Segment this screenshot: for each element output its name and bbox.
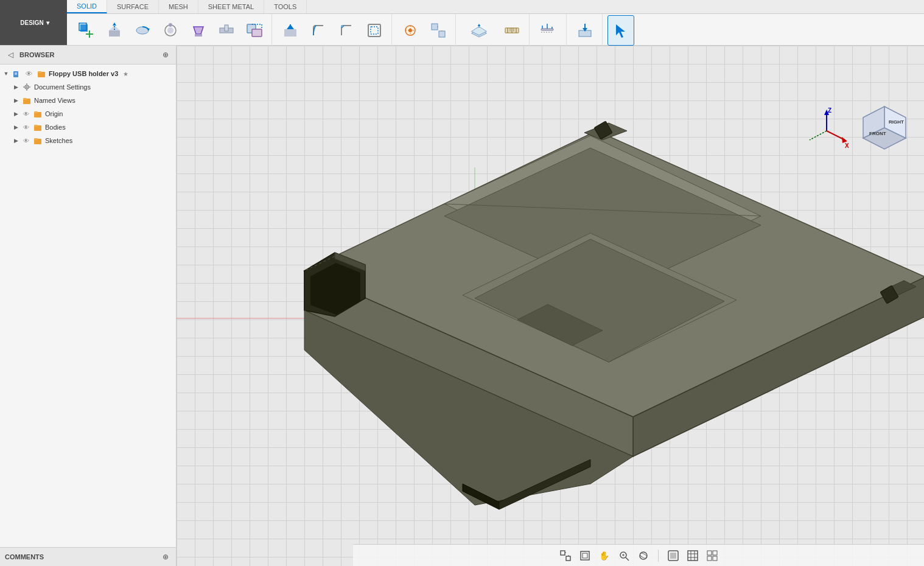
svg-rect-131 [713,551,717,555]
tree-item-root[interactable]: ▼ 👁 Floppy USB holder v3 ★ [0,67,176,80]
tab-tools[interactable]: TOOLS [264,0,307,13]
tab-row: SOLIDSURFACEMESHSHEET METALTOOLS [67,0,924,14]
extrude-icon [106,22,123,39]
frame-btn[interactable] [578,548,592,563]
rib-btn[interactable] [213,15,240,46]
svg-rect-72 [34,138,38,140]
construct-plane-icon [471,22,488,39]
orbit-btn[interactable] [636,548,651,563]
browser-title: BROWSER [19,51,156,58]
tree-item-bodies[interactable]: ▶ 👁 Bodies [0,121,176,134]
extrude-btn[interactable] [101,15,128,46]
svg-text:FRONT: FRONT [869,131,886,136]
svg-rect-70 [34,125,38,127]
svg-marker-13 [194,27,203,34]
view-menu-btn[interactable] [705,548,719,563]
measure-ruler-btn[interactable] [499,15,525,46]
tree-arrow-root: ▼ [2,70,10,77]
revolve-btn[interactable] [129,15,156,46]
joint-btn[interactable] [397,15,424,46]
loft-btn[interactable] [185,15,212,46]
rib-icon [218,22,235,39]
view-cube[interactable]: FRONT RIGHT [857,100,912,155]
fit-screen-btn[interactable] [558,548,573,563]
tree-arrow-named-views: ▶ [12,97,19,104]
sweep-btn[interactable] [157,15,184,46]
sidebar: ◁ BROWSER ⊕ ▼ 👁 Floppy USB holder v3 [0,46,177,566]
svg-rect-132 [707,556,712,561]
inspect-btn[interactable] [535,15,562,46]
tab-surface[interactable]: SURFACE [107,0,159,13]
svg-text:X: X [845,142,849,149]
tree-item-origin[interactable]: ▶ 👁 Origin [0,107,176,121]
svg-rect-32 [439,31,445,37]
select-btn[interactable] [607,15,634,46]
tab-solid[interactable]: SOLID [67,0,107,13]
loft-icon [190,22,207,39]
zoom-btn[interactable] [617,548,631,563]
tree-star-root: ★ [123,71,128,77]
tree-folder-icon-root [37,69,46,79]
insert-btn[interactable] [572,15,598,46]
new-component-btn[interactable] [73,15,100,46]
svg-marker-53 [616,24,625,38]
browser-collapse-btn[interactable]: ◁ [5,49,16,60]
toolbar-divider-1 [658,550,659,562]
svg-rect-45 [541,29,553,30]
svg-rect-18 [252,29,262,37]
browser-header: ◁ BROWSER ⊕ [0,46,176,65]
pan-btn[interactable]: ✋ [597,548,612,563]
svg-marker-7 [113,23,116,26]
joint-origin-btn[interactable] [425,15,452,46]
construct-plane-btn[interactable] [461,15,497,46]
comments-label: COMMENTS [5,553,156,561]
tree-eye-root[interactable]: 👁 [24,69,33,78]
display-mode-btn[interactable] [666,548,681,563]
grid-btn[interactable] [685,548,700,563]
select-icon [612,22,629,39]
tab-sheet_metal[interactable]: SHEET METAL [198,0,264,13]
tree-icon-root [12,69,22,79]
tree-item-sketches[interactable]: ▶ 👁 Sketches [0,134,176,147]
fillet-btn[interactable] [305,15,332,46]
tree-icon-sketches [33,136,43,145]
joint-icon [402,22,419,39]
tree-icon-bodies [33,122,43,132]
chamfer-icon [338,22,355,39]
more-create-btn[interactable] [241,15,268,46]
svg-marker-38 [478,24,481,26]
tree-label-bodies: Bodies [45,124,66,131]
insert-icon [576,22,593,39]
tree-eye-sketches[interactable]: 👁 [22,136,30,145]
browser-add-btn[interactable]: ⊕ [160,49,171,60]
tree-arrow-sketches: ▶ [12,137,19,144]
measure-ruler-icon [503,22,520,39]
svg-rect-25 [368,24,380,37]
sidebar-footer: COMMENTS ⊕ [0,547,176,566]
tree-label-sketches: Sketches [45,137,72,144]
svg-rect-116 [583,553,587,558]
shell-btn[interactable] [361,15,388,46]
design-button[interactable]: DESIGN ▾ [0,0,67,45]
comments-add-btn[interactable]: ⊕ [160,551,171,562]
svg-text:Z: Z [828,107,831,114]
design-label: DESIGN [20,19,43,26]
tree-eye-origin[interactable]: 👁 [22,110,30,118]
svg-point-11 [167,27,173,33]
tab-mesh[interactable]: MESH [159,0,198,13]
svg-rect-115 [581,551,589,560]
svg-rect-21 [284,29,296,37]
tree-icon-origin [33,109,43,119]
svg-rect-31 [432,24,438,30]
svg-line-110 [810,131,827,140]
viewport[interactable]: FRONT RIGHT Z X ✋ [177,46,924,566]
tree-arrow-bodies: ▶ [12,124,19,131]
shell-icon [366,22,383,39]
svg-rect-16 [225,25,228,31]
press-pull-btn[interactable] [277,15,304,46]
joint-origin-icon [430,22,447,39]
tree-item-doc-settings[interactable]: ▶ Document Settings [0,80,176,94]
chamfer-btn[interactable] [333,15,360,46]
tree-eye-bodies[interactable]: 👁 [22,123,30,131]
tree-item-named-views[interactable]: ▶ Named Views [0,94,176,107]
